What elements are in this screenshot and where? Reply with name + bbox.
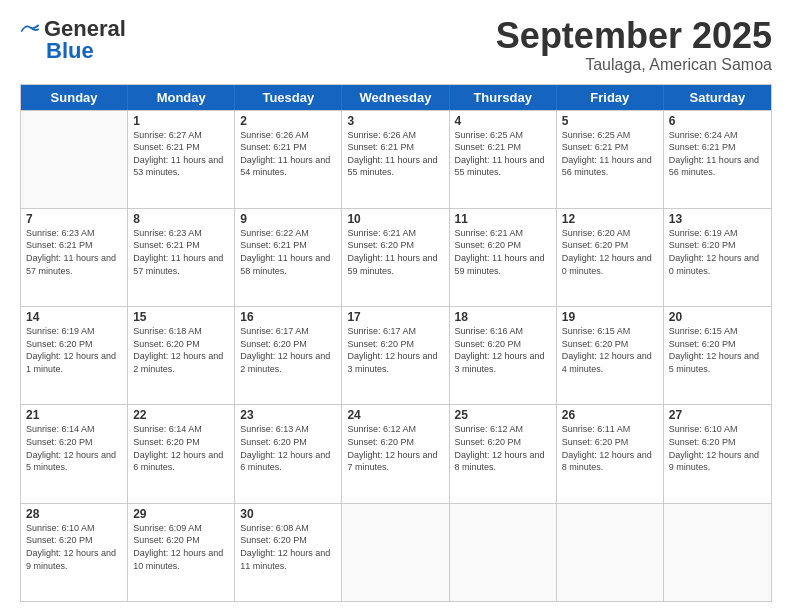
- cal-cell-w1-d6: 5Sunrise: 6:25 AM Sunset: 6:21 PM Daylig…: [557, 111, 664, 208]
- title-block: September 2025 Taulaga, American Samoa: [496, 16, 772, 74]
- day-number: 24: [347, 408, 443, 422]
- day-number: 19: [562, 310, 658, 324]
- day-number: 4: [455, 114, 551, 128]
- day-info: Sunrise: 6:20 AM Sunset: 6:20 PM Dayligh…: [562, 227, 658, 277]
- day-number: 29: [133, 507, 229, 521]
- cal-cell-w1-d1: [21, 111, 128, 208]
- day-info: Sunrise: 6:17 AM Sunset: 6:20 PM Dayligh…: [347, 325, 443, 375]
- day-number: 30: [240, 507, 336, 521]
- day-number: 20: [669, 310, 766, 324]
- day-info: Sunrise: 6:26 AM Sunset: 6:21 PM Dayligh…: [240, 129, 336, 179]
- day-number: 26: [562, 408, 658, 422]
- day-number: 10: [347, 212, 443, 226]
- cal-cell-w4-d5: 25Sunrise: 6:12 AM Sunset: 6:20 PM Dayli…: [450, 405, 557, 502]
- day-info: Sunrise: 6:14 AM Sunset: 6:20 PM Dayligh…: [26, 423, 122, 473]
- day-number: 5: [562, 114, 658, 128]
- day-info: Sunrise: 6:11 AM Sunset: 6:20 PM Dayligh…: [562, 423, 658, 473]
- day-info: Sunrise: 6:10 AM Sunset: 6:20 PM Dayligh…: [669, 423, 766, 473]
- day-info: Sunrise: 6:26 AM Sunset: 6:21 PM Dayligh…: [347, 129, 443, 179]
- day-number: 3: [347, 114, 443, 128]
- day-info: Sunrise: 6:25 AM Sunset: 6:21 PM Dayligh…: [455, 129, 551, 179]
- day-info: Sunrise: 6:25 AM Sunset: 6:21 PM Dayligh…: [562, 129, 658, 179]
- cal-cell-w4-d7: 27Sunrise: 6:10 AM Sunset: 6:20 PM Dayli…: [664, 405, 771, 502]
- day-number: 17: [347, 310, 443, 324]
- day-number: 15: [133, 310, 229, 324]
- cal-cell-w3-d2: 15Sunrise: 6:18 AM Sunset: 6:20 PM Dayli…: [128, 307, 235, 404]
- day-info: Sunrise: 6:21 AM Sunset: 6:20 PM Dayligh…: [347, 227, 443, 277]
- cal-cell-w1-d5: 4Sunrise: 6:25 AM Sunset: 6:21 PM Daylig…: [450, 111, 557, 208]
- day-number: 13: [669, 212, 766, 226]
- day-number: 25: [455, 408, 551, 422]
- day-info: Sunrise: 6:15 AM Sunset: 6:20 PM Dayligh…: [562, 325, 658, 375]
- cal-cell-w5-d6: [557, 504, 664, 601]
- header-friday: Friday: [557, 85, 664, 110]
- title-month: September 2025: [496, 16, 772, 56]
- cal-cell-w5-d5: [450, 504, 557, 601]
- cal-cell-w4-d1: 21Sunrise: 6:14 AM Sunset: 6:20 PM Dayli…: [21, 405, 128, 502]
- day-info: Sunrise: 6:19 AM Sunset: 6:20 PM Dayligh…: [669, 227, 766, 277]
- logo-icon: [20, 22, 40, 36]
- day-info: Sunrise: 6:08 AM Sunset: 6:20 PM Dayligh…: [240, 522, 336, 572]
- day-number: 9: [240, 212, 336, 226]
- cal-week-3: 14Sunrise: 6:19 AM Sunset: 6:20 PM Dayli…: [21, 306, 771, 404]
- day-number: 11: [455, 212, 551, 226]
- cal-cell-w2-d6: 12Sunrise: 6:20 AM Sunset: 6:20 PM Dayli…: [557, 209, 664, 306]
- day-info: Sunrise: 6:22 AM Sunset: 6:21 PM Dayligh…: [240, 227, 336, 277]
- cal-week-4: 21Sunrise: 6:14 AM Sunset: 6:20 PM Dayli…: [21, 404, 771, 502]
- header-saturday: Saturday: [664, 85, 771, 110]
- cal-cell-w3-d7: 20Sunrise: 6:15 AM Sunset: 6:20 PM Dayli…: [664, 307, 771, 404]
- cal-cell-w5-d1: 28Sunrise: 6:10 AM Sunset: 6:20 PM Dayli…: [21, 504, 128, 601]
- cal-cell-w2-d7: 13Sunrise: 6:19 AM Sunset: 6:20 PM Dayli…: [664, 209, 771, 306]
- header-tuesday: Tuesday: [235, 85, 342, 110]
- cal-cell-w3-d4: 17Sunrise: 6:17 AM Sunset: 6:20 PM Dayli…: [342, 307, 449, 404]
- day-number: 22: [133, 408, 229, 422]
- day-number: 12: [562, 212, 658, 226]
- day-number: 23: [240, 408, 336, 422]
- calendar-body: 1Sunrise: 6:27 AM Sunset: 6:21 PM Daylig…: [21, 110, 771, 601]
- cal-cell-w4-d4: 24Sunrise: 6:12 AM Sunset: 6:20 PM Dayli…: [342, 405, 449, 502]
- cal-cell-w2-d4: 10Sunrise: 6:21 AM Sunset: 6:20 PM Dayli…: [342, 209, 449, 306]
- cal-cell-w1-d2: 1Sunrise: 6:27 AM Sunset: 6:21 PM Daylig…: [128, 111, 235, 208]
- title-location: Taulaga, American Samoa: [496, 56, 772, 74]
- cal-cell-w4-d2: 22Sunrise: 6:14 AM Sunset: 6:20 PM Dayli…: [128, 405, 235, 502]
- cal-cell-w5-d3: 30Sunrise: 6:08 AM Sunset: 6:20 PM Dayli…: [235, 504, 342, 601]
- day-number: 28: [26, 507, 122, 521]
- day-info: Sunrise: 6:21 AM Sunset: 6:20 PM Dayligh…: [455, 227, 551, 277]
- page: General Blue September 2025 Taulaga, Ame…: [0, 0, 792, 612]
- day-info: Sunrise: 6:12 AM Sunset: 6:20 PM Dayligh…: [347, 423, 443, 473]
- day-number: 21: [26, 408, 122, 422]
- cal-cell-w3-d1: 14Sunrise: 6:19 AM Sunset: 6:20 PM Dayli…: [21, 307, 128, 404]
- day-number: 6: [669, 114, 766, 128]
- cal-cell-w2-d2: 8Sunrise: 6:23 AM Sunset: 6:21 PM Daylig…: [128, 209, 235, 306]
- day-info: Sunrise: 6:18 AM Sunset: 6:20 PM Dayligh…: [133, 325, 229, 375]
- day-number: 14: [26, 310, 122, 324]
- day-number: 2: [240, 114, 336, 128]
- day-number: 1: [133, 114, 229, 128]
- header-thursday: Thursday: [450, 85, 557, 110]
- day-info: Sunrise: 6:27 AM Sunset: 6:21 PM Dayligh…: [133, 129, 229, 179]
- cal-cell-w5-d2: 29Sunrise: 6:09 AM Sunset: 6:20 PM Dayli…: [128, 504, 235, 601]
- cal-cell-w1-d3: 2Sunrise: 6:26 AM Sunset: 6:21 PM Daylig…: [235, 111, 342, 208]
- day-info: Sunrise: 6:16 AM Sunset: 6:20 PM Dayligh…: [455, 325, 551, 375]
- day-number: 8: [133, 212, 229, 226]
- day-info: Sunrise: 6:23 AM Sunset: 6:21 PM Dayligh…: [26, 227, 122, 277]
- day-number: 7: [26, 212, 122, 226]
- cal-cell-w3-d5: 18Sunrise: 6:16 AM Sunset: 6:20 PM Dayli…: [450, 307, 557, 404]
- cal-cell-w3-d6: 19Sunrise: 6:15 AM Sunset: 6:20 PM Dayli…: [557, 307, 664, 404]
- day-number: 16: [240, 310, 336, 324]
- day-info: Sunrise: 6:15 AM Sunset: 6:20 PM Dayligh…: [669, 325, 766, 375]
- cal-cell-w2-d1: 7Sunrise: 6:23 AM Sunset: 6:21 PM Daylig…: [21, 209, 128, 306]
- cal-cell-w5-d4: [342, 504, 449, 601]
- cal-cell-w5-d7: [664, 504, 771, 601]
- cal-cell-w4-d6: 26Sunrise: 6:11 AM Sunset: 6:20 PM Dayli…: [557, 405, 664, 502]
- logo-blue: Blue: [46, 38, 94, 64]
- cal-cell-w2-d5: 11Sunrise: 6:21 AM Sunset: 6:20 PM Dayli…: [450, 209, 557, 306]
- day-info: Sunrise: 6:12 AM Sunset: 6:20 PM Dayligh…: [455, 423, 551, 473]
- logo: General Blue: [20, 16, 126, 64]
- header-monday: Monday: [128, 85, 235, 110]
- day-info: Sunrise: 6:13 AM Sunset: 6:20 PM Dayligh…: [240, 423, 336, 473]
- header-wednesday: Wednesday: [342, 85, 449, 110]
- day-info: Sunrise: 6:23 AM Sunset: 6:21 PM Dayligh…: [133, 227, 229, 277]
- cal-cell-w4-d3: 23Sunrise: 6:13 AM Sunset: 6:20 PM Dayli…: [235, 405, 342, 502]
- day-info: Sunrise: 6:09 AM Sunset: 6:20 PM Dayligh…: [133, 522, 229, 572]
